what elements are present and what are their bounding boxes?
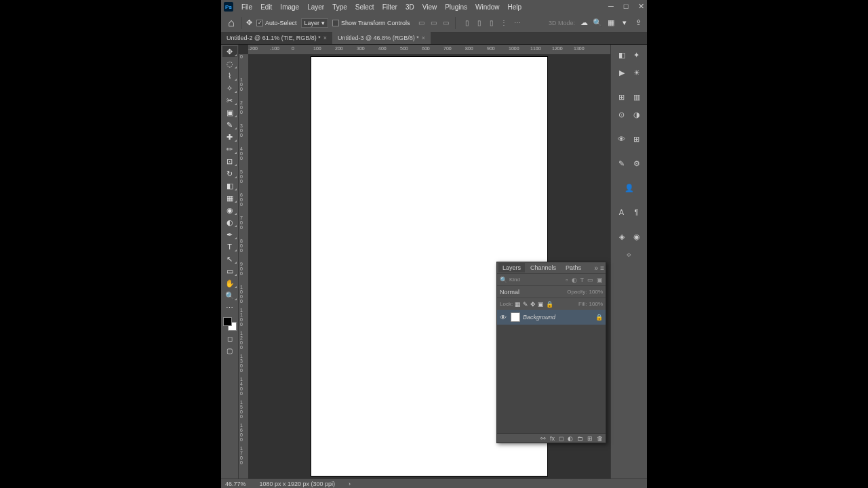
layer-thumbnail[interactable] <box>511 312 520 322</box>
healing-tool[interactable]: ✚ <box>222 131 237 142</box>
auto-select-target[interactable]: Layer▾ <box>301 18 329 28</box>
layer-visibility-icon[interactable]: 👁 <box>500 314 508 321</box>
layer-filter-kind[interactable]: Kind <box>509 277 520 283</box>
zoom-tool[interactable]: 🔍 <box>222 290 237 301</box>
clone-stamp-tool[interactable]: ⊡ <box>222 156 237 167</box>
distribute-icon[interactable]: ⋮ <box>499 18 509 28</box>
type-tool[interactable]: T <box>222 241 237 252</box>
adjustments-panel-icon[interactable]: ☀ <box>631 66 643 79</box>
filter-smart-icon[interactable]: ▣ <box>597 277 603 283</box>
brushes-panel-icon[interactable]: 👁 <box>616 133 628 145</box>
actions-panel-icon[interactable]: ▶ <box>616 66 628 79</box>
collapse-panel-icon[interactable]: » <box>595 264 599 272</box>
auto-select-checkbox[interactable]: Auto-Select <box>256 20 297 26</box>
menu-image[interactable]: Image <box>276 2 303 12</box>
align-center-h-icon[interactable]: ▭ <box>429 18 439 28</box>
navigator-icon[interactable]: 👤 <box>623 182 635 194</box>
properties-panel-icon[interactable]: ⊙ <box>616 108 628 121</box>
menu-layer[interactable]: Layer <box>303 2 328 12</box>
lock-image-icon[interactable]: ✎ <box>523 301 528 308</box>
filter-pixel-icon[interactable]: ▫ <box>566 277 568 283</box>
lock-icon[interactable]: 🔒 <box>595 314 603 321</box>
minimize-button[interactable]: ─ <box>606 1 616 11</box>
eyedropper-tool[interactable]: ✎ <box>222 119 237 130</box>
menu-edit[interactable]: Edit <box>256 2 276 12</box>
edit-toolbar[interactable]: ⋯ <box>222 302 237 313</box>
menu-help[interactable]: Help <box>504 2 526 12</box>
close-tab-icon[interactable]: × <box>323 35 327 41</box>
layer-row[interactable]: 👁 Background 🔒 <box>497 310 606 325</box>
close-tab-icon[interactable]: × <box>422 35 425 41</box>
menu-view[interactable]: View <box>418 2 441 12</box>
gradient-tool[interactable]: ▦ <box>222 192 237 203</box>
dodge-tool[interactable]: ◐ <box>222 217 237 228</box>
swatches-panel-icon[interactable]: ✦ <box>631 49 643 61</box>
menu-filter[interactable]: Filter <box>378 2 401 12</box>
color-panel-icon[interactable]: ◧ <box>616 49 628 61</box>
cloud-icon[interactable]: ☁ <box>579 18 589 28</box>
document-tab[interactable]: Untitled-3 @ 46.8% (RGB/8) *× <box>332 32 431 44</box>
foreground-color[interactable] <box>223 317 232 326</box>
layer-name[interactable]: Background <box>523 314 593 321</box>
rectangle-tool[interactable]: ▭ <box>222 266 237 277</box>
close-button[interactable]: ✕ <box>636 1 646 11</box>
info-panel-icon[interactable]: ◑ <box>631 108 643 121</box>
brush-settings-icon[interactable]: ⊞ <box>631 133 643 145</box>
menu-window[interactable]: Window <box>471 2 504 12</box>
paths-panel-icon[interactable]: ⟐ <box>623 248 635 260</box>
color-swatches[interactable] <box>223 317 237 331</box>
panel-tab-paths[interactable]: Paths <box>561 263 585 272</box>
new-layer-icon[interactable]: ⊞ <box>587 435 593 442</box>
move-tool[interactable]: ✥ <box>222 46 237 57</box>
filter-type-icon[interactable]: T <box>580 277 585 283</box>
clone-source-icon[interactable]: ✎ <box>616 157 628 169</box>
screen-mode-icon[interactable]: ▢ <box>225 346 235 355</box>
menu-select[interactable]: Select <box>351 2 378 12</box>
paragraph-panel-icon[interactable]: ¶ <box>631 206 643 218</box>
menu-plugins[interactable]: Plugins <box>441 2 471 12</box>
frame-tool[interactable]: ▣ <box>222 107 237 118</box>
fill-value[interactable]: 100% <box>589 301 603 307</box>
align-top-icon[interactable]: ▯ <box>462 18 472 28</box>
maximize-button[interactable]: □ <box>621 1 631 11</box>
blend-mode-select[interactable]: Normal <box>500 289 519 296</box>
hand-tool[interactable]: ✋ <box>222 278 237 289</box>
align-right-icon[interactable]: ▭ <box>441 18 451 28</box>
lock-position-icon[interactable]: ✥ <box>530 301 536 308</box>
document-tab[interactable]: Untitled-2 @ 61.1% (TIE, RGB/8) *× <box>221 32 332 44</box>
filter-adjust-icon[interactable]: ◐ <box>572 277 577 283</box>
document-info[interactable]: 1080 px x 1920 px (300 ppi) <box>260 481 336 487</box>
link-layers-icon[interactable]: ⚯ <box>540 435 546 442</box>
workspace-icon[interactable]: ▦ <box>606 18 616 28</box>
lock-all-icon[interactable]: 🔒 <box>546 301 553 308</box>
lock-transparent-icon[interactable]: ▦ <box>515 301 521 308</box>
adjustment-layer-icon[interactable]: ◐ <box>568 435 573 442</box>
home-icon[interactable]: ⌂ <box>225 18 237 28</box>
eraser-tool[interactable]: ◧ <box>222 180 237 191</box>
brush-tool[interactable]: ✏ <box>222 144 237 155</box>
align-bottom-icon[interactable]: ▯ <box>487 18 496 28</box>
search-icon[interactable]: 🔍 <box>593 18 602 28</box>
opacity-value[interactable]: 100% <box>589 289 603 295</box>
channels-panel-icon[interactable]: ◉ <box>631 230 643 243</box>
delete-layer-icon[interactable]: 🗑 <box>597 435 603 442</box>
panel-tab-channels[interactable]: Channels <box>526 263 560 272</box>
align-left-icon[interactable]: ▭ <box>417 18 427 28</box>
marquee-tool[interactable]: ◌ <box>222 58 237 69</box>
menu-file[interactable]: File <box>237 2 256 12</box>
libraries-panel-icon[interactable]: ▥ <box>631 91 643 103</box>
workspace-dropdown-icon[interactable]: ▾ <box>620 18 629 28</box>
magic-wand-tool[interactable]: ✧ <box>222 83 237 94</box>
quick-mask-icon[interactable]: ◻ <box>225 333 235 343</box>
panel-tab-layers[interactable]: Layers <box>498 263 525 272</box>
crop-tool[interactable]: ✂ <box>222 95 237 106</box>
layers-panel-icon[interactable]: ◈ <box>616 230 628 243</box>
menu-type[interactable]: Type <box>328 2 351 12</box>
blur-tool[interactable]: ◉ <box>222 205 237 216</box>
filter-shape-icon[interactable]: ▭ <box>587 277 593 283</box>
menu-3d[interactable]: 3D <box>401 2 418 12</box>
lasso-tool[interactable]: ⌇ <box>222 70 237 81</box>
more-options-icon[interactable]: ⋯ <box>513 18 522 28</box>
pen-tool[interactable]: ✒ <box>222 229 237 240</box>
path-selection-tool[interactable]: ↖ <box>222 253 237 264</box>
